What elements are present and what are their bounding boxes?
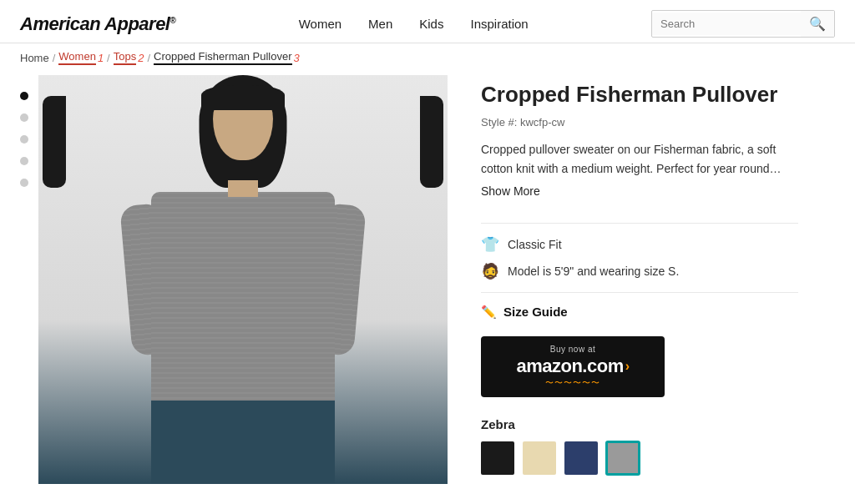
gallery-dot-5[interactable] bbox=[20, 179, 28, 187]
swatch-gray[interactable] bbox=[606, 441, 640, 475]
classic-fit-icon: 👕 bbox=[481, 235, 499, 254]
feature-classic-fit: 👕 Classic Fit bbox=[481, 235, 798, 254]
search-box: 🔍 bbox=[651, 10, 835, 38]
size-guide-link[interactable]: ✏️ Size Guide bbox=[481, 305, 798, 320]
breadcrumb-women[interactable]: Women bbox=[58, 50, 96, 65]
breadcrumb-num-2: 2 bbox=[138, 52, 144, 64]
show-more-link[interactable]: Show More bbox=[481, 184, 540, 198]
size-guide-label: Size Guide bbox=[503, 305, 568, 319]
breadcrumb-home[interactable]: Home bbox=[20, 52, 49, 64]
swatch-navy[interactable] bbox=[564, 441, 598, 475]
breadcrumb-sep-1: / bbox=[53, 52, 56, 64]
divider-1 bbox=[481, 223, 798, 224]
size-guide-icon: ✏️ bbox=[481, 305, 497, 320]
model-neck bbox=[228, 180, 258, 197]
nav-men[interactable]: Men bbox=[368, 17, 392, 31]
model-pants bbox=[151, 401, 335, 484]
search-button[interactable]: 🔍 bbox=[801, 11, 834, 37]
gallery-dot-1[interactable] bbox=[20, 92, 28, 100]
swatch-cream[interactable] bbox=[523, 441, 556, 475]
classic-fit-label: Classic Fit bbox=[508, 238, 562, 251]
product-title: Cropped Fisherman Pullover bbox=[481, 82, 798, 108]
amazon-arrow: › bbox=[625, 359, 630, 374]
breadcrumb: Home / Women 1 / Tops 2 / Cropped Fisher… bbox=[0, 43, 855, 68]
divider-2 bbox=[481, 292, 798, 293]
main-nav: Women Men Kids Inspiration bbox=[299, 17, 529, 31]
product-style-number: Style #: kwcfp-cw bbox=[481, 116, 798, 129]
breadcrumb-tops[interactable]: Tops bbox=[114, 50, 136, 65]
amazon-logo: amazon.com › bbox=[516, 355, 629, 377]
breadcrumb-sep-2: / bbox=[107, 52, 110, 64]
search-input[interactable] bbox=[652, 13, 801, 35]
breadcrumb-sep-3: / bbox=[147, 52, 150, 64]
nav-kids[interactable]: Kids bbox=[419, 17, 443, 31]
gallery-dot-3[interactable] bbox=[20, 135, 28, 144]
model-info-label: Model is 5'9" and wearing size S. bbox=[508, 265, 679, 278]
amazon-smile: 〜〜〜〜〜〜 bbox=[545, 377, 600, 389]
nav-inspiration[interactable]: Inspiration bbox=[470, 17, 528, 31]
breadcrumb-num-1: 1 bbox=[98, 52, 104, 64]
gallery-dot-4[interactable] bbox=[20, 157, 28, 165]
swatch-black[interactable] bbox=[481, 441, 514, 475]
site-logo[interactable]: American Apparel® bbox=[20, 13, 175, 35]
buy-now-text: Buy now at bbox=[550, 345, 595, 354]
product-gallery bbox=[20, 75, 448, 484]
product-description: Cropped pullover sweater on our Fisherma… bbox=[481, 140, 798, 178]
model-info-icon: 🧔 bbox=[481, 262, 499, 280]
gallery-dot-2[interactable] bbox=[20, 113, 28, 122]
breadcrumb-current: Cropped Fisherman Pullover bbox=[154, 50, 291, 65]
logo-mark: ® bbox=[169, 15, 175, 24]
thumbnail-list bbox=[20, 75, 28, 484]
site-header: American Apparel® Women Men Kids Inspira… bbox=[0, 0, 855, 43]
model-bangs bbox=[201, 85, 285, 110]
model-sweater-body bbox=[151, 192, 335, 409]
main-content: Cropped Fisherman Pullover Style #: kwcf… bbox=[0, 75, 855, 484]
model-figure bbox=[38, 75, 448, 484]
main-product-image bbox=[38, 75, 448, 484]
model-hair-right bbox=[420, 96, 443, 188]
amazon-text: amazon.com bbox=[516, 355, 623, 377]
logo-text: American Apparel bbox=[20, 13, 169, 34]
feature-model-info: 🧔 Model is 5'9" and wearing size S. bbox=[481, 262, 798, 280]
color-swatches bbox=[481, 441, 798, 475]
model-hair-left bbox=[43, 96, 66, 188]
product-info: Cropped Fisherman Pullover Style #: kwcf… bbox=[481, 75, 798, 484]
amazon-buy-button[interactable]: Buy now at amazon.com › 〜〜〜〜〜〜 bbox=[481, 336, 665, 397]
nav-women[interactable]: Women bbox=[299, 17, 341, 31]
breadcrumb-num-3: 3 bbox=[294, 52, 300, 64]
color-label: Zebra bbox=[481, 417, 798, 431]
